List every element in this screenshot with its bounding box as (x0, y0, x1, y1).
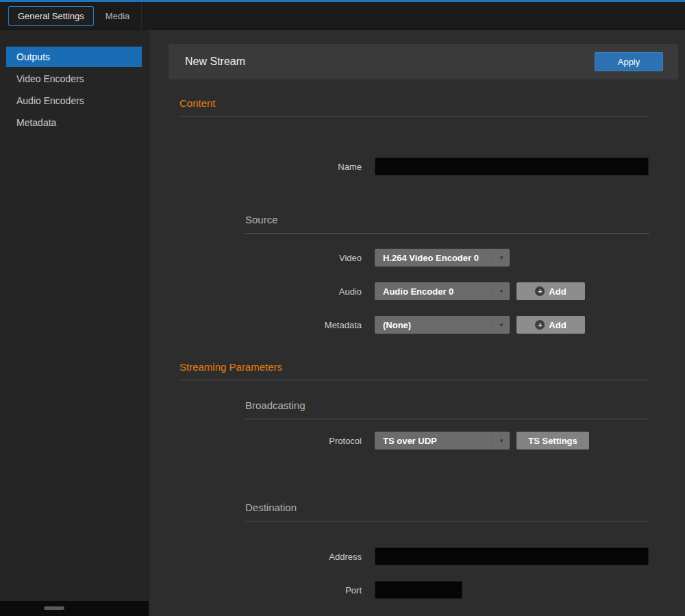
protocol-row: Protocol TS over UDP ▼ TS Settings (169, 432, 685, 449)
section-title-content: Content (179, 97, 685, 110)
broadcasting-rule (245, 419, 649, 419)
protocol-label: Protocol (169, 436, 362, 446)
plus-icon: + (535, 320, 545, 330)
port-label: Port (169, 585, 362, 595)
video-source-select[interactable]: H.264 Video Encoder 0 ▼ (375, 249, 510, 267)
destination-title: Destination (245, 502, 685, 514)
sidebar-item-metadata[interactable]: Metadata (6, 112, 142, 133)
tab-divider (141, 2, 142, 29)
add-metadata-button-label: Add (549, 320, 566, 330)
top-tab-bar: General Settings Media (0, 2, 685, 30)
metadata-source-selected-value: (None) (383, 320, 488, 330)
address-label: Address (169, 552, 362, 562)
name-input[interactable] (375, 158, 649, 175)
horizontal-scrollbar-thumb[interactable] (44, 606, 64, 610)
destination-rule (245, 521, 649, 521)
port-row: Port (169, 581, 685, 599)
section-title-streaming-parameters: Streaming Parameters (179, 361, 685, 373)
tab-general-settings[interactable]: General Settings (8, 6, 94, 26)
video-row: Video H.264 Video Encoder 0 ▼ (169, 249, 685, 267)
metadata-label: Metadata (169, 320, 362, 330)
add-audio-button[interactable]: + Add (516, 282, 585, 300)
sidebar-item-outputs[interactable]: Outputs (6, 47, 142, 67)
address-row: Address (169, 547, 685, 565)
add-audio-button-label: Add (549, 286, 566, 297)
section-rule (179, 116, 649, 116)
horizontal-scrollbar-track[interactable] (0, 601, 149, 616)
plus-icon: + (535, 286, 545, 296)
add-metadata-button[interactable]: + Add (516, 316, 585, 334)
metadata-row: Metadata (None) ▼ + Add (169, 316, 685, 334)
name-label: Name (169, 162, 362, 172)
stream-header: New Stream Apply (169, 44, 678, 79)
protocol-select[interactable]: TS over UDP ▼ (375, 432, 510, 449)
chevron-down-icon: ▼ (493, 252, 504, 263)
app-body: Outputs Video Encoders Audio Encoders Me… (0, 30, 685, 616)
audio-row: Audio Audio Encoder 0 ▼ + Add (169, 282, 685, 300)
metadata-source-select[interactable]: (None) ▼ (375, 316, 510, 334)
name-row: Name (169, 158, 685, 175)
sidebar-item-audio-encoders[interactable]: Audio Encoders (6, 90, 142, 111)
section-rule (179, 380, 649, 380)
port-input[interactable] (375, 581, 462, 599)
broadcasting-title: Broadcasting (245, 399, 685, 412)
broadcasting-subsection: Broadcasting (245, 399, 685, 419)
video-label: Video (169, 253, 362, 263)
audio-source-select[interactable]: Audio Encoder 0 ▼ (375, 282, 510, 300)
sidebar: Outputs Video Encoders Audio Encoders Me… (0, 30, 149, 616)
source-subsection: Source (245, 214, 685, 234)
sidebar-item-video-encoders[interactable]: Video Encoders (6, 69, 142, 89)
apply-button[interactable]: Apply (595, 52, 663, 71)
source-rule (245, 233, 649, 234)
chevron-down-icon: ▼ (493, 319, 504, 330)
page-title: New Stream (185, 56, 245, 68)
address-input[interactable] (375, 547, 649, 565)
tab-media[interactable]: Media (94, 6, 141, 26)
main-panel: New Stream Apply Content Name Source Vid… (149, 30, 685, 616)
source-title: Source (245, 214, 685, 226)
chevron-down-icon: ▼ (493, 286, 504, 297)
protocol-selected-value: TS over UDP (383, 436, 488, 446)
chevron-down-icon: ▼ (493, 435, 504, 446)
video-source-selected-value: H.264 Video Encoder 0 (383, 253, 488, 263)
audio-source-selected-value: Audio Encoder 0 (383, 286, 488, 297)
destination-subsection: Destination (245, 502, 685, 521)
ts-settings-button[interactable]: TS Settings (516, 432, 589, 449)
audio-label: Audio (169, 286, 362, 297)
